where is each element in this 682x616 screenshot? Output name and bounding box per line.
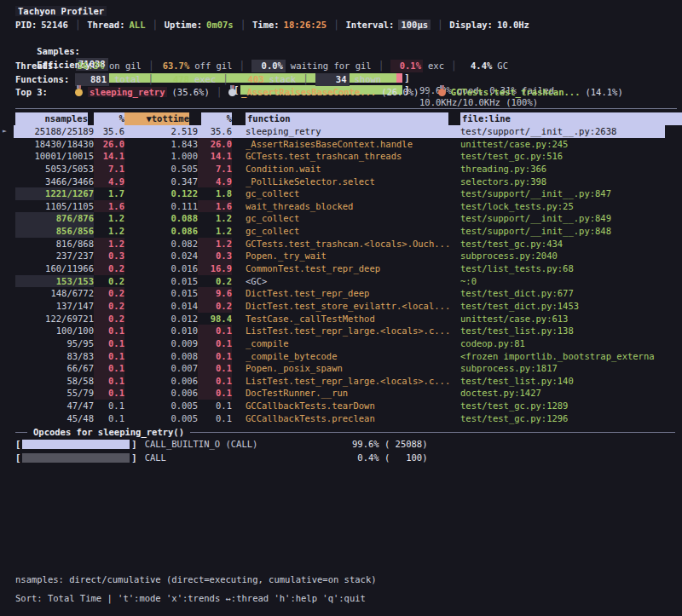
cell-pct-direct: 0.1 [94,400,124,412]
cell-pct-direct: 4.9 [94,176,124,188]
functions-line: Functions:881total│478exec│403stack│34sh… [15,73,682,86]
table-row[interactable]: 47/470.10.0050.1GCCallbackTests.tearDown… [0,400,682,412]
table-row[interactable]: ►25188/2518935.62.51935.6sleeping_retryt… [0,125,682,138]
table-row[interactable]: 237/2370.30.0240.3Popen._try_waitsubproc… [0,250,682,262]
cell-tottime: 0.111 [124,200,198,213]
table-row[interactable]: 100/1000.10.0100.1ListTest.test_repr_lar… [0,325,682,337]
threads-unit: off gil [194,60,232,71]
cell-file-line: test/test_gc.py:1296 [460,412,682,425]
threads-value: 0.0% [251,60,286,72]
cell-pct-cumulative: 0.1 [198,362,232,375]
table-row[interactable]: 856/8561.20.0861.2gc_collecttest/support… [0,225,682,238]
separator-pipe: │ [240,20,246,30]
table-row[interactable]: 66/670.10.0070.1Popen._posix_spawnsubpro… [0,362,682,375]
cell-function: _compile_bytecode [246,350,460,363]
threads-value: 63.7% [160,60,189,72]
function-table-body: ►25188/2518935.62.51935.6sleeping_retryt… [0,125,682,424]
cell-tottime: 0.015 [124,287,198,300]
cell-pct-cumulative: 1.6 [198,200,232,213]
cell-pct-direct: 0.2 [94,313,124,325]
cell-nsamples: 5053/5053 [15,163,94,176]
threads-value: 0.1% [390,60,423,72]
efficiency-line: Efficiency: [ ] 99.69% good, 0.31% faile… [15,46,682,59]
cell-tottime: 0.024 [124,250,198,262]
cell-pct-cumulative: 4.9 [198,176,232,188]
row-selection-marker: ► [0,125,15,138]
cell-tottime: 0.122 [124,187,198,200]
table-row[interactable]: 148/67720.20.0159.6DictTest.test_repr_de… [0,287,682,300]
cell-file-line: test/support/__init__.py:849 [460,212,682,225]
cell-tottime: 0.007 [124,362,198,375]
cell-file-line: test/test_list.py:138 [460,325,682,337]
table-row[interactable]: 5053/50537.10.5057.1Condition.waitthread… [0,163,682,176]
table-row[interactable]: 95/950.10.0090.1_compilecodeop.py:81 [0,337,682,350]
status-label: PID: [15,20,37,30]
row-selection-marker [0,200,15,213]
cell-nsamples: 137/147 [15,300,94,313]
row-selection-marker [0,238,15,250]
threads-unit: exc [428,60,444,71]
bronze-medal-icon [438,89,446,96]
table-row[interactable]: 816/8681.20.0821.2GCTests.test_trashcan.… [0,238,682,250]
column-header-file-line[interactable]: file:line [460,112,682,125]
top3-entry: _AssertRaisesBaseConte...(26.0%) [228,87,419,97]
column-header-function[interactable]: function [246,112,460,125]
opcodes-title: Opcodes for sleeping_retry() [33,427,184,437]
status-segment: Time:18:26:25 [252,20,327,30]
cell-pct-direct: 7.1 [94,163,124,176]
row-selection-marker [0,225,15,238]
cell-tottime: 0.009 [124,337,198,350]
cell-nsamples: 1221/1267 [15,187,94,200]
cell-pct-direct: 0.2 [94,275,124,288]
table-row[interactable]: 45/480.10.0050.1GCCallbackTests.preclean… [0,412,682,425]
functions-unit: shown [355,74,382,84]
cell-file-line: test/test_gc.py:434 [460,238,682,250]
cell-pct-cumulative: 9.6 [198,287,232,300]
table-row[interactable]: 153/1530.20.0150.2<GC>~:0 [0,275,682,288]
cell-file-line: doctest.py:1427 [460,387,682,400]
cell-pct-cumulative: 7.1 [198,163,232,176]
column-header-pct-cumulative[interactable]: % [198,112,232,125]
cell-pct-cumulative: 0.1 [198,412,232,425]
row-selection-marker [0,250,15,262]
column-header-tottime-sorted[interactable]: ▼tottime [124,112,198,125]
cell-pct-direct: 0.2 [94,300,124,313]
row-selection-marker [0,400,15,412]
cell-function: <GC> [246,275,460,288]
table-row[interactable]: 160/119660.20.01616.9CommonTest.test_rep… [0,262,682,275]
table-row[interactable]: 10001/1001514.11.00014.1GCTests.test_tra… [0,150,682,163]
cell-nsamples: 55/79 [15,387,94,400]
cell-tottime: 2.519 [124,125,198,138]
status-value: 52146 [41,20,68,30]
table-row[interactable]: 1221/12671.70.1221.8gc_collecttest/suppo… [0,187,682,200]
table-row[interactable]: 58/580.10.0060.1ListTest.test_repr_large… [0,375,682,388]
cell-pct-cumulative: 0.3 [198,250,232,262]
status-segment: PID:52146 [15,20,68,30]
cell-file-line: test/lock_tests.py:25 [460,200,682,213]
top3-function-name: sleeping_retry [88,87,167,97]
table-row[interactable]: 876/8761.20.0881.2gc_collecttest/support… [0,212,682,225]
table-row[interactable]: 3466/34664.90.3474.9_PollLikeSelector.se… [0,176,682,188]
separator-pipe: │ [425,87,431,97]
top3-function-name: _AssertRaisesBaseConte... [241,87,376,97]
table-row[interactable]: 18430/1843026.01.84326.0_AssertRaisesBas… [0,138,682,151]
cell-file-line: test/test_dict.py:1453 [460,300,682,313]
bracket-close: ] [131,452,136,464]
cell-pct-cumulative: 1.2 [198,238,232,250]
column-header-pct-direct[interactable]: % [94,112,124,125]
table-row[interactable]: 55/790.10.0060.1DocTestRunner.__rundocte… [0,387,682,400]
table-row[interactable]: 1105/11051.60.1111.6wait_threads_blocked… [0,200,682,213]
column-header-nsamples[interactable]: nsamples [15,112,94,125]
table-row[interactable]: 137/1470.20.0140.2DictTest.test_store_ev… [0,300,682,313]
opcode-row: []CALL 0.4% ( 100) [15,452,166,464]
table-row[interactable]: 122/697210.20.01298.4TestCase._callTestM… [0,313,682,325]
cell-function: _compile [246,337,460,350]
separator-pipe: │ [451,60,456,71]
status-segment: Interval:100µs [346,20,431,30]
threads-segment: 0.1%exc [390,60,444,71]
functions-segment: 34shown [315,74,382,84]
status-label: Display: [449,20,493,30]
cell-nsamples: 816/868 [15,238,94,250]
table-row[interactable]: 83/830.10.0080.1_compile_bytecode<frozen… [0,350,682,363]
cell-pct-cumulative: 0.2 [198,300,232,313]
